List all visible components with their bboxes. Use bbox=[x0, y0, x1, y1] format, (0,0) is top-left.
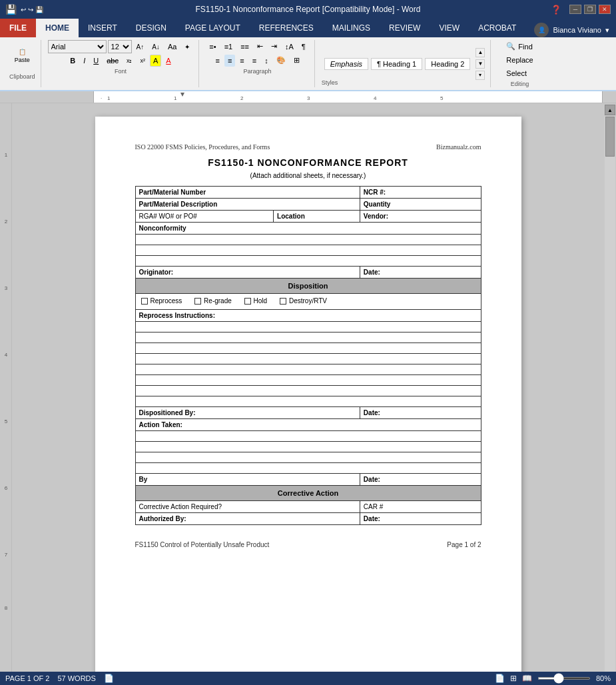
tab-acrobat[interactable]: ACROBAT bbox=[469, 19, 525, 37]
help-icon[interactable]: ❓ bbox=[551, 5, 561, 15]
minimize-button[interactable]: ─ bbox=[569, 5, 581, 14]
align-center-button[interactable]: ≡ bbox=[224, 55, 235, 67]
strikethrough-button[interactable]: abc bbox=[103, 55, 122, 67]
right-scrollbar[interactable]: ▲ ▼ bbox=[604, 103, 616, 685]
tab-page-layout[interactable]: PAGE LAYOUT bbox=[176, 19, 250, 37]
paste-button[interactable]: 📋 Paste bbox=[11, 40, 33, 72]
numbering-button[interactable]: ≡1 bbox=[221, 41, 236, 53]
style-heading2[interactable]: Heading 2 bbox=[425, 58, 470, 70]
svg-text:8: 8 bbox=[5, 605, 8, 611]
svg-text:4: 4 bbox=[374, 95, 377, 101]
tab-view[interactable]: VIEW bbox=[430, 19, 469, 37]
find-button[interactable]: 🔍 Find bbox=[500, 40, 539, 53]
font-label: Font bbox=[115, 68, 127, 75]
bullets-button[interactable]: ≡• bbox=[206, 41, 219, 53]
ribbon: 📋 Paste Clipboard Arial 12 A↑ A↓ Aa ✦ B … bbox=[0, 37, 616, 91]
tab-references[interactable]: REFERENCES bbox=[250, 19, 323, 37]
table-row bbox=[135, 430, 481, 441]
font-color-button[interactable]: A bbox=[162, 55, 174, 67]
destroy-rtv-checkbox[interactable]: Destroy/RTV bbox=[280, 297, 327, 305]
shading-button[interactable]: 🎨 bbox=[273, 54, 289, 67]
left-ruler: 1 2 3 4 5 6 7 8 bbox=[0, 103, 12, 685]
window-controls[interactable]: ❓ ─ ❐ ✕ bbox=[477, 5, 611, 15]
user-name: Bianca Viviano bbox=[553, 26, 601, 34]
style-scroll-up[interactable]: ▲ bbox=[475, 48, 485, 57]
svg-text:·: · bbox=[101, 95, 102, 101]
restore-button[interactable]: ❐ bbox=[584, 5, 596, 14]
svg-text:1: 1 bbox=[107, 95, 111, 101]
scrollbar-track bbox=[605, 117, 615, 685]
subscript-button[interactable]: x₂ bbox=[123, 55, 136, 66]
ruler-right-margin bbox=[603, 91, 616, 103]
table-row: Corrective Action Required? CAR # bbox=[135, 500, 481, 512]
tab-insert[interactable]: INSERT bbox=[79, 19, 127, 37]
bold-button[interactable]: B bbox=[67, 55, 79, 67]
increase-indent-button[interactable]: ⇥ bbox=[268, 40, 280, 53]
table-row bbox=[135, 321, 481, 332]
select-button[interactable]: Select bbox=[500, 67, 539, 79]
tab-home[interactable]: HOME bbox=[36, 19, 79, 37]
view-print-icon[interactable]: 📄 bbox=[495, 674, 505, 683]
scroll-area[interactable]: ISO 22000 FSMS Policies, Procedures, and… bbox=[12, 103, 604, 685]
align-left-button[interactable]: ≡ bbox=[212, 55, 222, 67]
font-size-select[interactable]: 12 bbox=[108, 40, 132, 53]
table-row bbox=[135, 364, 481, 374]
style-emphasis[interactable]: Emphasis bbox=[324, 58, 368, 70]
align-right-button[interactable]: ≡ bbox=[236, 55, 247, 67]
date-label-authorized: Date: bbox=[360, 512, 481, 524]
view-fullscreen-icon[interactable]: ⊞ bbox=[510, 674, 517, 683]
find-label: Find bbox=[518, 43, 532, 51]
user-dropdown[interactable]: ▾ bbox=[605, 26, 609, 35]
zoom-slider[interactable] bbox=[537, 677, 591, 680]
replace-button[interactable]: Replace bbox=[500, 54, 539, 66]
scroll-up-button[interactable]: ▲ bbox=[605, 105, 615, 115]
style-heading1[interactable]: ¶ Heading 1 bbox=[371, 58, 422, 70]
highlight-button[interactable]: A bbox=[150, 55, 161, 67]
justify-button[interactable]: ≡ bbox=[249, 55, 260, 67]
hold-checkbox[interactable]: Hold bbox=[244, 297, 268, 305]
tab-mailings[interactable]: MAILINGS bbox=[323, 19, 380, 37]
grow-font-button[interactable]: A↑ bbox=[133, 41, 148, 53]
proofing-icon[interactable]: 📄 bbox=[104, 674, 114, 683]
user-info: 👤 Bianca Viviano ▾ bbox=[527, 23, 616, 37]
hold-label: Hold bbox=[254, 297, 268, 305]
table-row: Disposition bbox=[135, 279, 481, 294]
table-row bbox=[135, 441, 481, 452]
multilevel-button[interactable]: ≡≡ bbox=[237, 41, 252, 53]
svg-text:2: 2 bbox=[240, 95, 244, 101]
scrollbar-thumb[interactable] bbox=[605, 117, 615, 157]
style-emphasis-label: Emphasis bbox=[330, 60, 362, 68]
svg-text:1: 1 bbox=[174, 95, 177, 101]
view-read-icon[interactable]: 📖 bbox=[522, 674, 532, 683]
italic-button[interactable]: I bbox=[80, 55, 89, 67]
decrease-indent-button[interactable]: ⇤ bbox=[254, 40, 266, 53]
reprocess-checkbox[interactable]: Reprocess bbox=[141, 297, 182, 305]
form-table: Part/Material Number NCR #: Part/Materia… bbox=[135, 186, 481, 525]
style-scroll[interactable]: ▲ ▼ ▾ bbox=[475, 48, 485, 80]
style-more-button[interactable]: ▾ bbox=[475, 71, 485, 80]
clear-format-button[interactable]: ✦ bbox=[181, 41, 193, 53]
show-formatting-button[interactable]: ¶ bbox=[298, 41, 309, 53]
line-spacing-button[interactable]: ↕ bbox=[261, 55, 272, 67]
table-row: Authorized By: Date: bbox=[135, 512, 481, 524]
underline-button[interactable]: U bbox=[90, 55, 102, 67]
sort-button[interactable]: ↕A bbox=[282, 41, 297, 53]
change-case-button[interactable]: Aa bbox=[164, 41, 180, 53]
font-face-select[interactable]: Arial bbox=[48, 40, 107, 53]
tab-review[interactable]: REVIEW bbox=[380, 19, 430, 37]
paragraph-label: Paragraph bbox=[244, 68, 272, 75]
tab-file[interactable]: FILE bbox=[0, 19, 36, 37]
close-button[interactable]: ✕ bbox=[599, 5, 611, 14]
borders-button[interactable]: ⊞ bbox=[290, 54, 303, 67]
replace-label: Replace bbox=[506, 56, 533, 64]
table-row bbox=[135, 385, 481, 396]
regrade-checkbox[interactable]: Re-grade bbox=[194, 297, 232, 305]
clipboard-label: Clipboard bbox=[9, 73, 35, 80]
tab-design[interactable]: DESIGN bbox=[127, 19, 176, 37]
dispositioned-by-label: Dispositioned By: bbox=[135, 406, 360, 418]
superscript-button[interactable]: x² bbox=[137, 55, 149, 66]
style-scroll-down[interactable]: ▼ bbox=[475, 59, 485, 69]
reprocess-instructions-label: Reprocess Instructions: bbox=[135, 309, 481, 321]
rga-label: RGA# WO# or PO# bbox=[135, 211, 274, 223]
shrink-font-button[interactable]: A↓ bbox=[149, 41, 163, 53]
